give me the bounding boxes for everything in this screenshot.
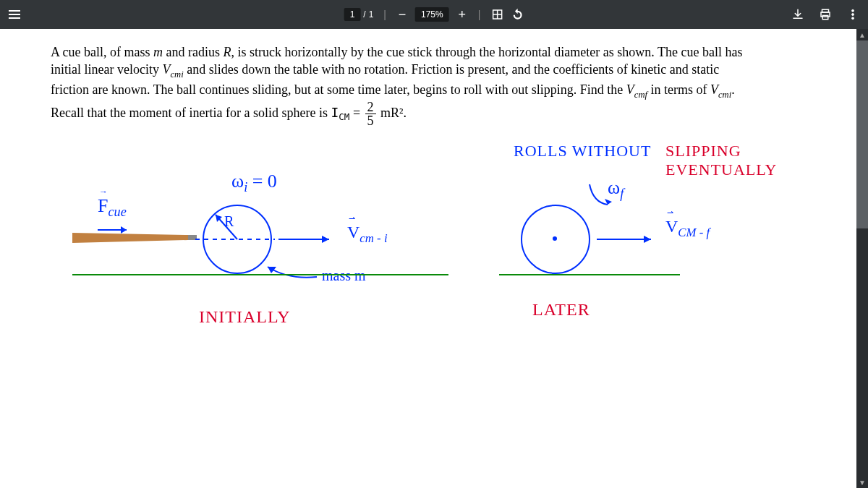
zoom-in-button[interactable]: + bbox=[456, 7, 468, 22]
label-f-cue: F→cue bbox=[98, 195, 127, 220]
label-mass-m: mass m bbox=[322, 267, 366, 284]
pdf-toolbar: 1 / 1 | − 175% + | bbox=[0, 0, 868, 29]
zoom-controls: − 175% + bbox=[396, 7, 468, 22]
scroll-down-arrow[interactable]: ▼ bbox=[856, 476, 868, 488]
scroll-up-arrow[interactable]: ▲ bbox=[856, 29, 868, 40]
label-rolls-without: ROLLS WITHOUT bbox=[514, 142, 651, 160]
scrollbar[interactable]: ▲ ▼ bbox=[856, 29, 868, 488]
ball-center-dot bbox=[553, 236, 557, 241]
label-vcm-i: V⇀cm - i bbox=[347, 223, 388, 246]
omega-f-arrow bbox=[582, 177, 618, 213]
physics-diagram: ROLLS WITHOUT SLIPPING EVENTUALLY ωi = 0… bbox=[51, 137, 842, 354]
more-icon[interactable] bbox=[846, 8, 859, 21]
problem-statement: A cue ball, of mass m and radius R, is s… bbox=[51, 43, 842, 127]
svg-marker-10 bbox=[72, 233, 188, 243]
table-surface-left bbox=[72, 274, 448, 275]
label-radius: R bbox=[224, 213, 234, 230]
svg-point-8 bbox=[852, 17, 854, 20]
label-vcm-f: V⇀CM - f bbox=[665, 217, 710, 240]
cue-stick bbox=[72, 231, 199, 244]
svg-point-7 bbox=[852, 14, 854, 16]
fit-page-icon[interactable] bbox=[490, 8, 503, 21]
menu-icon[interactable] bbox=[9, 10, 20, 19]
print-icon[interactable] bbox=[819, 8, 832, 21]
scroll-thumb[interactable] bbox=[856, 40, 868, 228]
svg-point-6 bbox=[852, 9, 854, 12]
vcm-f-arrow bbox=[593, 234, 665, 248]
table-surface-right bbox=[499, 274, 680, 275]
page-current[interactable]: 1 bbox=[344, 8, 361, 21]
label-later: LATER bbox=[532, 300, 590, 320]
label-omega-i: ωi = 0 bbox=[231, 171, 277, 195]
vcm-i-arrow bbox=[195, 234, 347, 248]
page-total: 1 bbox=[369, 9, 374, 20]
label-initially: INITIALLY bbox=[199, 307, 291, 327]
rotate-icon[interactable] bbox=[511, 8, 524, 21]
document-page: A cue ball, of mass m and radius R, is s… bbox=[0, 29, 856, 488]
zoom-out-button[interactable]: − bbox=[396, 7, 408, 22]
page-indicator: 1 / 1 bbox=[344, 8, 374, 21]
label-slipping-eventually: SLIPPING EVENTUALLY bbox=[665, 142, 842, 179]
zoom-value[interactable]: 175% bbox=[415, 7, 449, 22]
download-icon[interactable] bbox=[791, 8, 804, 21]
